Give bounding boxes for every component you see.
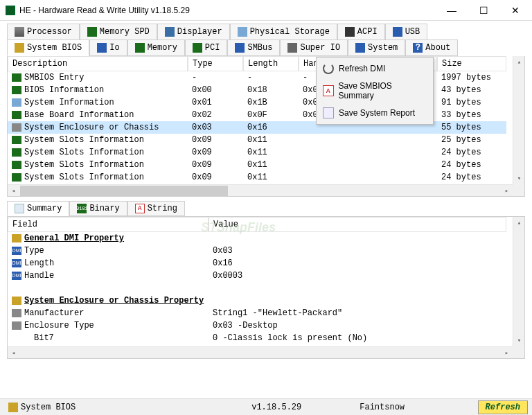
column-header[interactable]: Description: [8, 56, 188, 71]
horizontal-scrollbar[interactable]: ◂ ▸: [8, 184, 513, 196]
table-cell: [361, 159, 437, 171]
tab-memory[interactable]: Memory: [127, 39, 185, 56]
scroll-right-button[interactable]: ▸: [501, 185, 513, 196]
context-menu-item[interactable]: Save System Report: [319, 104, 431, 122]
bin-icon: 0101: [77, 204, 87, 213]
detail-tab-string[interactable]: AString: [127, 201, 185, 216]
scroll-down-button[interactable]: ▾: [513, 335, 525, 346]
about-icon: ?: [413, 43, 423, 53]
tab-physical-storage[interactable]: Physical Storage: [230, 24, 337, 40]
column-header[interactable]: Length: [243, 56, 299, 71]
detail-column-header[interactable]: Value: [209, 217, 506, 232]
scrollbar-corner: [513, 346, 524, 358]
table-cell: System Information: [8, 96, 188, 109]
detail-value: String1 -"Hewlett-Packard": [209, 307, 506, 319]
column-header[interactable]: Type: [188, 56, 243, 71]
table-cell: System Slots Information: [8, 134, 188, 146]
detail-row[interactable]: System Enclosure or Chassis Property: [8, 294, 506, 307]
table-row[interactable]: System Slots Information0x090x1124 bytes: [8, 171, 506, 184]
tab-label: USB: [405, 27, 420, 37]
detail-horizontal-scrollbar[interactable]: ◂ ▸: [8, 346, 513, 358]
scroll-left-button[interactable]: ◂: [8, 347, 19, 359]
tab-memory-spd[interactable]: Memory SPD: [80, 24, 157, 40]
table-cell: 0x01: [188, 96, 243, 109]
tab-displayer[interactable]: Displayer: [157, 24, 230, 40]
app-icon: [6, 6, 15, 15]
smbus-icon: [235, 43, 245, 53]
menu-label: Save System Report: [339, 108, 415, 118]
tab-label: String: [148, 204, 177, 213]
tab-smbus[interactable]: SMBus: [227, 39, 280, 56]
scroll-right-button[interactable]: ▸: [501, 347, 513, 359]
context-menu-item[interactable]: Refresh DMI: [319, 60, 431, 78]
tab-pci[interactable]: PCI: [185, 39, 228, 56]
table-row[interactable]: System Slots Information0x090x1125 bytes: [8, 134, 506, 146]
tab-processor[interactable]: Processor: [7, 24, 80, 40]
tab-acpi[interactable]: ACPI: [337, 24, 385, 40]
field-icon: DMI: [12, 247, 21, 255]
row-icon: [12, 111, 21, 119]
menu-label: Save SMBIOS Summary: [339, 81, 427, 100]
magnifier-icon: [15, 204, 24, 213]
scroll-left-button[interactable]: ◂: [8, 185, 19, 196]
detail-row[interactable]: General DMI Property: [8, 232, 506, 245]
table-row[interactable]: System Slots Information0x090x1124 bytes: [8, 159, 506, 171]
detail-tabs: Summary0101BinaryAString: [7, 201, 525, 216]
tab-usb[interactable]: USB: [385, 24, 428, 40]
mem-icon: [87, 27, 97, 37]
tab-system-bios[interactable]: System BIOS: [7, 39, 89, 56]
disp-icon: [165, 27, 175, 37]
table-cell: System Slots Information: [8, 146, 188, 159]
detail-row[interactable]: DMIType0x03: [8, 245, 506, 257]
close-button[interactable]: ✕: [499, 0, 531, 20]
detail-value: 0x03: [209, 245, 506, 257]
scroll-thumb[interactable]: [20, 186, 228, 196]
column-header[interactable]: Size: [437, 56, 506, 71]
table-row[interactable]: System Slots Information0x090x1124 bytes: [8, 146, 506, 159]
tab-io[interactable]: Io: [89, 39, 127, 56]
status-author: Faintsnow: [360, 403, 405, 412]
minimize-button[interactable]: —: [436, 0, 468, 20]
detail-pane: FieldValueGeneral DMI PropertyDMIType0x0…: [7, 216, 525, 359]
detail-tab-binary[interactable]: 0101Binary: [69, 201, 127, 216]
detail-value: 0x16: [209, 257, 506, 270]
tab-super-io[interactable]: Super IO: [280, 39, 348, 56]
detail-row[interactable]: Enclosure Type0x03 -Desktop: [8, 319, 506, 332]
detail-field: Bit7: [8, 332, 209, 344]
table-cell: [361, 171, 437, 184]
table-cell: 55 bytes: [437, 121, 506, 134]
scroll-up-button[interactable]: ▴: [513, 56, 524, 68]
detail-vertical-scrollbar[interactable]: ▴ ▾: [513, 217, 524, 346]
table-cell: 0x00: [188, 84, 243, 96]
table-cell: System Enclosure or Chassis: [8, 121, 188, 134]
table-cell: [361, 146, 437, 159]
scroll-up-button[interactable]: ▴: [513, 217, 525, 229]
tab-about[interactable]: ?About: [405, 39, 458, 56]
row-icon: [12, 161, 21, 169]
detail-row[interactable]: Bit70 -Classis lock is present (No): [8, 332, 506, 344]
context-menu-item[interactable]: ASave SMBIOS Summary: [319, 78, 431, 104]
detail-field: DMILength: [8, 257, 209, 270]
refresh-button[interactable]: Refresh: [478, 400, 528, 414]
table-cell: 0x09: [188, 146, 243, 159]
detail-row[interactable]: [8, 282, 506, 294]
detail-field: Enclosure Type: [8, 319, 209, 332]
detail-field: Manufacturer: [8, 307, 209, 319]
tab-system[interactable]: System: [348, 39, 405, 56]
tab-label: Io: [109, 43, 119, 53]
row-icon: [12, 136, 21, 144]
tab-label: Memory SPD: [100, 27, 150, 37]
scroll-down-button[interactable]: ▾: [513, 173, 524, 184]
detail-row[interactable]: ManufacturerString1 -"Hewlett-Packard": [8, 307, 506, 319]
maximize-button[interactable]: ☐: [468, 0, 499, 20]
vertical-scrollbar[interactable]: ▴ ▾: [513, 56, 524, 184]
detail-row[interactable]: DMILength0x16: [8, 257, 506, 270]
tab-label: PCI: [205, 43, 220, 53]
table-cell: 24 bytes: [437, 146, 506, 159]
detail-tab-summary[interactable]: Summary: [7, 201, 69, 216]
table-cell: 0x02: [188, 109, 243, 121]
detail-group-header: General DMI Property: [8, 232, 209, 245]
str-icon: A: [135, 204, 145, 213]
detail-column-header[interactable]: Field: [8, 217, 209, 232]
detail-row[interactable]: DMIHandle0x0003: [8, 270, 506, 282]
